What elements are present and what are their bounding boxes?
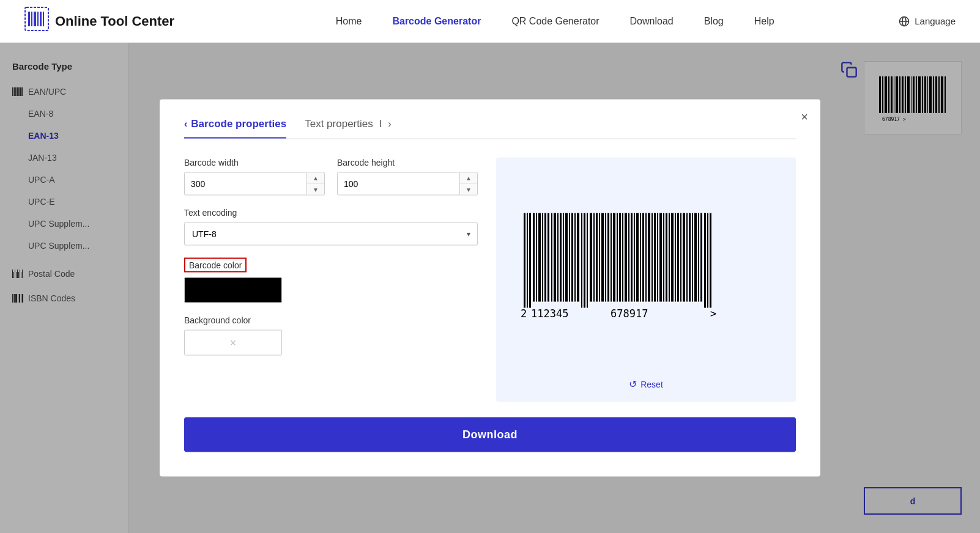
modal-body: Barcode width ▲ ▼ Barcode height: [184, 158, 796, 402]
language-selector[interactable]: Language: [899, 16, 956, 27]
barcode-width-up[interactable]: ▲: [307, 173, 324, 184]
nav-help[interactable]: Help: [754, 16, 774, 27]
svg-rect-89: [613, 213, 615, 302]
svg-rect-106: [663, 213, 664, 302]
barcode-height-input[interactable]: [338, 174, 459, 194]
svg-rect-95: [631, 213, 633, 302]
svg-rect-4: [37, 12, 39, 26]
barcode-preview-panel: 2 112345 678917 > ↺ Reset: [496, 158, 796, 402]
svg-rect-73: [565, 213, 568, 302]
language-label: Language: [915, 16, 956, 26]
background-color-swatch-wrapper: ×: [184, 330, 478, 356]
svg-rect-67: [548, 213, 549, 302]
barcode-height-label: Barcode height: [337, 158, 478, 167]
header: Online Tool Center Home Barcode Generato…: [0, 0, 980, 43]
logo-area: Online Tool Center: [24, 7, 174, 36]
svg-rect-119: [700, 213, 702, 302]
dimensions-row: Barcode width ▲ ▼ Barcode height: [184, 158, 478, 196]
svg-rect-113: [683, 213, 685, 302]
barcode-height-group: Barcode height ▲ ▼: [337, 158, 478, 196]
svg-rect-82: [593, 213, 595, 302]
barcode-height-up[interactable]: ▲: [460, 173, 477, 184]
svg-rect-94: [628, 213, 629, 302]
nav-qr-generator[interactable]: QR Code Generator: [511, 16, 599, 27]
barcode-width-down[interactable]: ▼: [307, 184, 324, 195]
svg-rect-101: [648, 213, 650, 302]
svg-rect-70: [557, 213, 559, 302]
tab-chevron-right-icon: ›: [388, 119, 391, 130]
svg-rect-111: [677, 213, 679, 302]
background-color-group: Background color ×: [184, 315, 478, 356]
svg-rect-69: [554, 213, 556, 302]
logo-icon: [24, 7, 49, 36]
svg-rect-93: [625, 213, 627, 302]
barcode-width-arrows: ▲ ▼: [306, 173, 324, 195]
barcode-color-swatch-wrapper: [184, 278, 478, 303]
barcode-color-label-highlighted: Barcode color: [184, 258, 247, 273]
modal-close-button[interactable]: ×: [801, 111, 808, 123]
svg-rect-60: [527, 213, 528, 308]
barcode-svg: 2 112345 678917 >: [518, 207, 774, 329]
svg-rect-86: [605, 213, 606, 302]
svg-rect-63: [536, 213, 537, 302]
download-button[interactable]: Download: [184, 417, 796, 452]
svg-rect-102: [651, 213, 653, 302]
svg-rect-61: [529, 213, 531, 308]
text-encoding-select[interactable]: UTF-8 ASCII ISO-8859-1: [184, 222, 478, 246]
text-encoding-label: Text encoding: [184, 208, 478, 218]
svg-rect-91: [619, 213, 621, 302]
tab-text-properties[interactable]: Text properties I ›: [305, 118, 391, 139]
barcode-height-down[interactable]: ▼: [460, 184, 477, 195]
svg-rect-103: [654, 213, 656, 302]
tab-barcode-properties[interactable]: ‹ Barcode properties: [184, 118, 286, 139]
nav-download[interactable]: Download: [630, 16, 674, 27]
nav-barcode-generator[interactable]: Barcode Generator: [392, 16, 481, 27]
svg-rect-62: [533, 213, 535, 302]
barcode-width-input[interactable]: [185, 174, 306, 194]
reset-button[interactable]: ↺ Reset: [629, 378, 663, 390]
svg-rect-107: [666, 213, 667, 302]
color-swatch-x-icon: ×: [230, 336, 237, 349]
barcode-color-swatch[interactable]: [184, 278, 282, 303]
svg-rect-112: [680, 213, 681, 302]
svg-rect-78: [581, 213, 582, 308]
svg-text:>: >: [710, 307, 716, 320]
svg-rect-104: [657, 213, 658, 302]
svg-rect-71: [560, 213, 562, 302]
barcode-preview-area: 2 112345 678917 >: [508, 170, 784, 369]
text-encoding-select-wrapper: UTF-8 ASCII ISO-8859-1 ▾: [184, 222, 478, 246]
svg-rect-99: [642, 213, 644, 302]
svg-rect-92: [622, 213, 623, 302]
svg-rect-110: [675, 213, 676, 302]
globe-icon: [899, 16, 910, 27]
text-encoding-group: Text encoding UTF-8 ASCII ISO-8859-1 ▾: [184, 208, 478, 246]
barcode-color-label: Barcode color: [184, 258, 478, 273]
svg-rect-80: [587, 213, 588, 308]
svg-rect-2: [31, 12, 32, 26]
logo-text: Online Tool Center: [55, 13, 174, 29]
svg-rect-117: [694, 213, 697, 302]
svg-rect-108: [669, 213, 670, 302]
svg-rect-72: [563, 213, 564, 302]
svg-rect-77: [577, 213, 579, 302]
svg-rect-100: [645, 213, 647, 302]
svg-rect-59: [524, 213, 525, 308]
svg-rect-3: [34, 12, 36, 26]
svg-rect-1: [28, 12, 30, 26]
svg-rect-88: [611, 213, 612, 302]
nav-blog[interactable]: Blog: [704, 16, 724, 27]
barcode-width-input-wrapper: ▲ ▼: [184, 172, 325, 196]
barcode-color-group: Barcode color: [184, 258, 478, 303]
svg-rect-96: [634, 213, 635, 302]
background-color-swatch[interactable]: ×: [184, 330, 282, 356]
svg-rect-64: [538, 213, 541, 302]
main-nav: Home Barcode Generator QR Code Generator…: [211, 16, 899, 27]
svg-rect-114: [686, 213, 688, 302]
modal-left-panel: Barcode width ▲ ▼ Barcode height: [184, 158, 478, 402]
svg-rect-122: [710, 213, 711, 308]
svg-rect-90: [617, 213, 618, 302]
svg-rect-79: [584, 213, 585, 308]
svg-rect-116: [692, 213, 693, 302]
svg-text:2: 2: [521, 307, 527, 320]
nav-home[interactable]: Home: [336, 16, 362, 27]
